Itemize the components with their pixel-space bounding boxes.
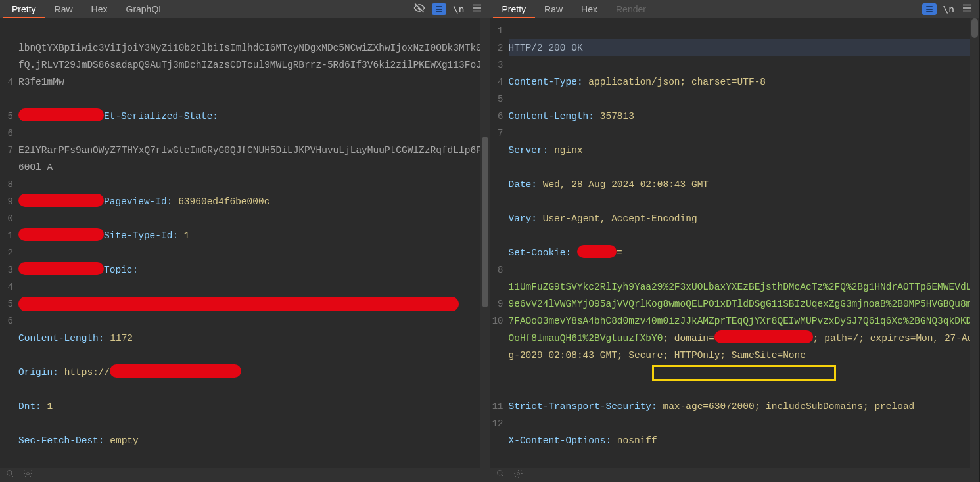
header-value: application/json; charset=UTF-8 [588,77,766,87]
redaction [714,330,813,343]
tab-pretty[interactable]: Pretty [3,0,45,18]
status-line: HTTP/2 200 OK [509,43,583,53]
redaction [577,245,617,258]
tab-pretty[interactable]: Pretty [493,0,536,18]
tab-render[interactable]: Render [607,0,655,18]
header-name: Vary: [509,213,538,224]
header-name: Et-Serialized-State: [104,111,218,121]
header-name: Content-Length: [18,333,105,343]
header-name: Date: [509,179,538,190]
header-name: Site-Type-Id: [104,230,178,241]
header-value: Wed, 28 Aug 2024 02:08:43 GMT [543,179,709,190]
wrap-toggle-icon[interactable] [432,3,446,15]
svg-point-2 [497,471,502,476]
header-name: Server: [509,145,549,156]
gear-icon[interactable] [23,469,33,481]
sep: ; [663,333,674,343]
menu-icon[interactable] [471,2,483,16]
header-value: https:// [64,367,110,378]
tab-graphql[interactable]: GraphQL [117,0,174,18]
newline-icon[interactable]: \n [453,4,464,14]
header-name: Content-Length: [509,111,595,121]
gear-icon[interactable] [513,469,523,481]
wrap-toggle-icon[interactable] [922,3,937,15]
header-value: User-Agent, Accept-Encoding [543,213,697,224]
tab-hex[interactable]: Hex [82,0,117,18]
search-icon[interactable] [496,469,505,481]
header-name: Content-Type: [509,77,583,87]
token: lbnQtYXBpIiwic3ViIjoiY3NyZi10b2tlbiIsIml… [18,43,482,87]
response-tabbar: Pretty Raw Hex Render \n [490,0,980,18]
header-name: Dnt: [18,401,41,412]
response-code-area[interactable]: 1234567 8 910 1112 HTTP/2 200 OK Content… [490,18,980,468]
request-scrollbar[interactable] [480,18,490,478]
scroll-thumb[interactable] [482,137,488,307]
svg-point-0 [7,471,12,476]
menu-icon[interactable] [961,2,973,16]
header-value: nginx [554,145,583,156]
header-name: Pageview-Id: [104,196,172,207]
tab-raw[interactable]: Raw [45,0,82,18]
header-name: Sec-Fetch-Dest: [18,435,105,446]
header-name: Strict-Transport-Security: [509,401,657,412]
request-code[interactable]: lbnQtYXBpIiwic3ViIjoiY3NyZi10b2tlbiIsIml… [16,18,490,468]
header-name: Set-Cookie: [509,248,572,258]
redaction [18,297,459,311]
redaction [110,364,241,378]
response-statusbar [490,468,980,482]
request-pane: Pretty Raw Hex GraphQL \n 4 567 89012345… [0,0,490,482]
request-tabbar: Pretty Raw Hex GraphQL \n [0,0,490,18]
header-name: X-Content-Options: [509,435,612,446]
header-value: 1172 [110,333,133,343]
request-statusbar [0,468,490,482]
header-value: nosniff [617,435,657,446]
tab-raw[interactable]: Raw [535,0,572,18]
header-name: Topic: [104,265,138,275]
header-name: Origin: [18,367,58,378]
eq: = [617,248,622,258]
header-value: 1 [184,230,190,241]
eye-off-icon[interactable] [413,2,425,16]
response-gutter: 1234567 8 910 1112 [490,18,506,468]
header-value: max-age=63072000; includeSubDomains; pre… [663,401,914,412]
scroll-thumb[interactable] [971,18,978,38]
search-icon[interactable] [5,469,15,481]
header-value: 1 [47,401,53,412]
response-code[interactable]: HTTP/2 200 OK Content-Type: application/… [506,18,980,468]
newline-icon[interactable]: \n [943,4,954,14]
highlight-box [652,365,836,381]
sep: ; [813,333,824,343]
request-code-area[interactable]: 4 567 890123456 lbnQtYXBpIiwic3ViIjoiY3N… [0,18,490,468]
response-pane: Pretty Raw Hex Render \n 1234567 8 910 1… [490,0,981,482]
domain-label: domain= [674,333,714,343]
tab-hex[interactable]: Hex [572,0,607,18]
header-value: 357813 [600,111,634,121]
header-value: E2lYRarPFs9anOWyZ7THYxQ7rlwGteImGRyG0QJf… [18,145,482,173]
header-value: empty [110,435,139,446]
response-scrollbar[interactable] [970,18,979,478]
svg-point-1 [27,473,30,475]
request-gutter: 4 567 890123456 [0,18,16,468]
svg-point-3 [517,473,519,475]
header-value: 63960ed4f6be000c [178,196,269,207]
